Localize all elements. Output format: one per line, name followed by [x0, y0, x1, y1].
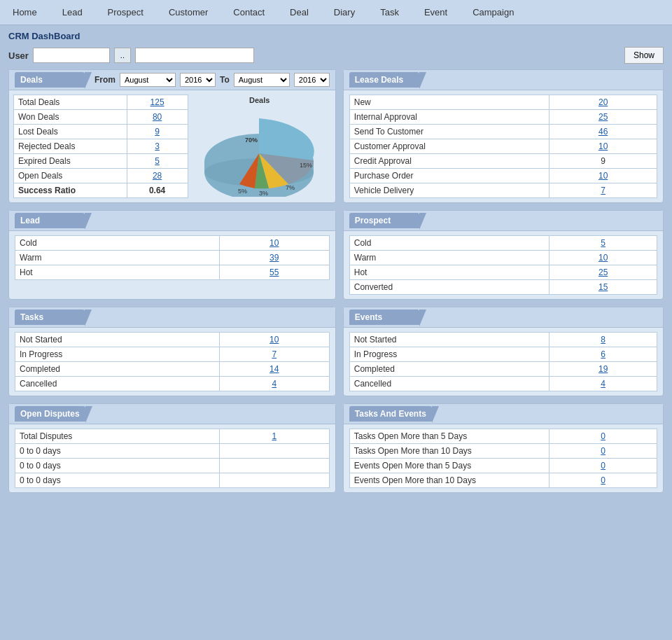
- row-value[interactable]: 5: [550, 236, 657, 251]
- row-value[interactable]: 10: [219, 333, 329, 347]
- row-value[interactable]: 10: [550, 139, 657, 154]
- table-row: Open Deals28: [14, 169, 188, 183]
- row-value[interactable]: 3: [127, 139, 188, 154]
- from-month-select[interactable]: JanuaryFebruaryMarchAprilMayJuneJulyAugu…: [120, 73, 176, 87]
- tasks-events-title: Tasks And Events: [349, 406, 432, 422]
- row-label: 0 to 0 days: [15, 473, 220, 488]
- table-row: In Progress6: [349, 347, 657, 362]
- dashboard-title: CRM DashBoard: [8, 31, 664, 41]
- nav-item-customer[interactable]: Customer: [156, 4, 220, 20]
- row-value[interactable]: 39: [219, 251, 329, 265]
- row-value[interactable]: 25: [550, 110, 657, 125]
- row-value[interactable]: 80: [127, 110, 188, 125]
- events-panel: Events Not Started8In Progress6Completed…: [343, 307, 664, 396]
- user-input2[interactable]: [135, 48, 254, 63]
- table-row: Total Deals125: [14, 95, 188, 110]
- row-value: 9: [550, 154, 657, 169]
- open-disputes-table: Total Disputes10 to 0 days0 to 0 days0 t…: [15, 429, 330, 488]
- table-row: Hot55: [15, 265, 330, 280]
- deals-content: Total Deals125Won Deals80Lost Deals9Reje…: [9, 90, 335, 202]
- row-value[interactable]: 9: [127, 125, 188, 139]
- table-row: In Progress7: [15, 347, 330, 362]
- row-label: Lost Deals: [14, 125, 127, 139]
- row-label: Not Started: [349, 333, 549, 347]
- nav-item-deal[interactable]: Deal: [277, 4, 321, 20]
- row-label: Total Disputes: [15, 429, 220, 444]
- nav-item-prospect[interactable]: Prospect: [95, 4, 156, 20]
- table-row: Cold5: [349, 236, 657, 251]
- row-label: Rejected Deals: [14, 139, 127, 154]
- nav-item-home[interactable]: Home: [0, 4, 50, 20]
- row-value[interactable]: 0: [550, 444, 657, 459]
- svg-text:3%: 3%: [259, 190, 268, 197]
- lead-title: Lead: [15, 213, 85, 228]
- row-value[interactable]: 6: [550, 347, 657, 362]
- nav-item-task[interactable]: Task: [368, 4, 412, 20]
- deals-panel: Deals From JanuaryFebruaryMarchAprilMayJ…: [8, 69, 336, 203]
- row-value[interactable]: 1: [219, 429, 329, 444]
- row-value[interactable]: 0: [550, 429, 657, 444]
- nav-item-contact[interactable]: Contact: [220, 4, 277, 20]
- row-value[interactable]: 7: [219, 347, 329, 362]
- tasks-title: Tasks: [15, 309, 85, 325]
- row-value[interactable]: 5: [127, 154, 188, 169]
- table-row: Events Open More than 5 Days0: [349, 459, 657, 473]
- table-row: 0 to 0 days: [15, 459, 330, 473]
- user-input[interactable]: [33, 48, 110, 63]
- nav-item-diary[interactable]: Diary: [321, 4, 368, 20]
- row-value[interactable]: 4: [550, 377, 657, 391]
- row-label: Send To Customer: [349, 125, 549, 139]
- row-value[interactable]: 20: [550, 95, 657, 110]
- row-value[interactable]: 28: [127, 169, 188, 183]
- row-label: In Progress: [349, 347, 549, 362]
- lease-deals-table: New20Internal Approval25Send To Customer…: [349, 95, 657, 198]
- row-label: Vehicle Delivery: [349, 183, 549, 198]
- table-row: Internal Approval25: [349, 110, 657, 125]
- row-value[interactable]: 46: [550, 125, 657, 139]
- tasks-panel: Tasks Not Started10In Progress7Completed…: [8, 307, 336, 396]
- events-title: Events: [349, 309, 419, 325]
- tasks-events-table: Tasks Open More than 5 Days0Tasks Open M…: [349, 429, 657, 488]
- table-row: Cold10: [15, 236, 330, 251]
- to-month-select[interactable]: JanuaryFebruaryMarchAprilMayJuneJulyAugu…: [234, 73, 290, 87]
- row-value[interactable]: 55: [219, 265, 329, 280]
- row-value[interactable]: 125: [127, 95, 188, 110]
- lease-deals-panel: Lease Deals New20Internal Approval25Send…: [343, 69, 664, 203]
- row-value[interactable]: 14: [219, 362, 329, 377]
- table-row: Won Deals80: [14, 110, 188, 125]
- nav-item-event[interactable]: Event: [412, 4, 460, 20]
- row-label: 0 to 0 days: [15, 459, 220, 473]
- row-label: Hot: [15, 265, 220, 280]
- row-label: Success Ratio: [14, 183, 127, 198]
- open-disputes-title: Open Disputes: [15, 406, 85, 422]
- row-label: Expired Deals: [14, 154, 127, 169]
- row-value[interactable]: 0: [550, 473, 657, 488]
- to-year-select[interactable]: 20142015201620172018: [294, 73, 330, 87]
- row-value[interactable]: 0: [550, 459, 657, 473]
- table-row: Cancelled4: [15, 377, 330, 391]
- nav-item-lead[interactable]: Lead: [50, 4, 95, 20]
- user-row: User .. Show: [8, 47, 664, 64]
- row-label: Not Started: [15, 333, 220, 347]
- nav-item-campaign[interactable]: Campaign: [460, 4, 526, 20]
- table-row: Rejected Deals3: [14, 139, 188, 154]
- open-disputes-header-row: Open Disputes: [9, 404, 335, 424]
- row-value[interactable]: 4: [219, 377, 329, 391]
- row-label: Credit Approval: [349, 154, 549, 169]
- table-row: Completed14: [15, 362, 330, 377]
- show-button[interactable]: Show: [624, 47, 664, 64]
- from-year-select[interactable]: 20142015201620172018: [180, 73, 216, 87]
- row-value[interactable]: 15: [550, 280, 657, 295]
- panel-grid: Deals From JanuaryFebruaryMarchAprilMayJ…: [8, 69, 664, 493]
- row-value[interactable]: 10: [550, 169, 657, 183]
- row-value[interactable]: 7: [550, 183, 657, 198]
- row-value[interactable]: 8: [550, 333, 657, 347]
- row-value: 0.64: [127, 183, 188, 198]
- svg-text:15%: 15%: [300, 162, 312, 169]
- user-browse-button[interactable]: ..: [114, 48, 131, 63]
- row-value[interactable]: 10: [219, 236, 329, 251]
- row-value[interactable]: 25: [550, 265, 657, 280]
- row-value[interactable]: 19: [550, 362, 657, 377]
- row-value[interactable]: 10: [550, 251, 657, 265]
- prospect-body: Cold5Warm10Hot25Converted15: [344, 231, 663, 299]
